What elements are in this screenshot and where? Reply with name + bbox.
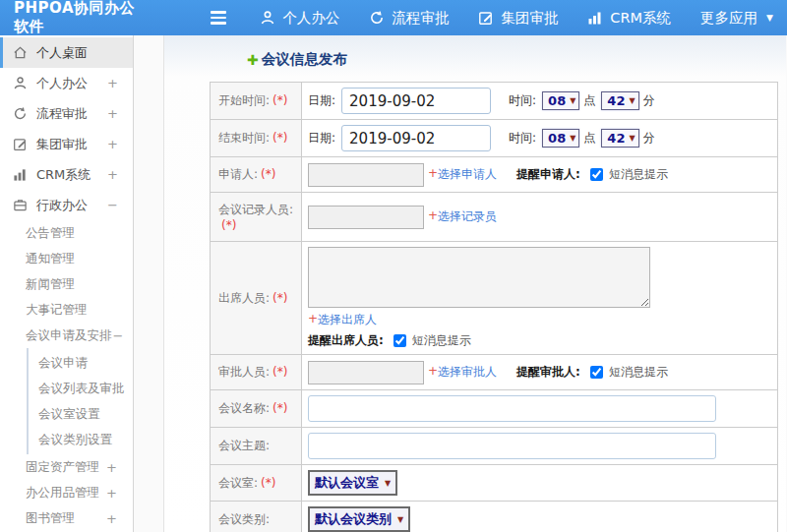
row-meeting-category: 会议类别: 默认会议类别▼ — [211, 502, 778, 532]
topbar: PHPOA协同办公软件 个人办公 流程审批 集团审批 CRM系统 更多应用 ▼ — [0, 0, 787, 35]
attendees-sms-checkbox[interactable] — [394, 334, 406, 347]
end-hour-select[interactable]: 08▼ — [542, 129, 579, 148]
row-recorder: 会议记录人员:(*) +选择记录员 — [211, 193, 778, 242]
sidebar-item-announcement-mgmt[interactable]: 公告管理 — [0, 220, 133, 246]
edit-icon — [478, 10, 494, 26]
choose-recorder-link[interactable]: +选择记录员 — [428, 208, 497, 225]
meeting-name-input[interactable] — [308, 395, 716, 422]
meeting-room-select[interactable]: 默认会议室▼ — [308, 470, 397, 496]
collapse-minus-icon[interactable]: − — [113, 328, 124, 343]
edit-icon — [13, 137, 28, 151]
nav-process-approval[interactable]: 流程审批 — [369, 9, 449, 28]
time-label: 时间: — [509, 92, 536, 109]
chart-icon — [587, 10, 603, 26]
required-marker: (*) — [272, 131, 287, 145]
process-icon — [13, 106, 28, 121]
expand-plus-icon[interactable]: + — [107, 167, 118, 182]
caret-down-icon: ▼ — [397, 515, 403, 524]
nav-personal-office[interactable]: 个人办公 — [260, 9, 339, 28]
sidebar-item-process-approval[interactable]: 流程审批 + — [0, 98, 133, 129]
row-applicant: 申请人:(*) +选择申请人 提醒申请人: 短消息提示 — [211, 157, 778, 193]
choose-approver-link[interactable]: +选择审批人 — [428, 364, 497, 381]
choose-applicant-link[interactable]: +选择申请人 — [428, 166, 497, 183]
start-date-input[interactable] — [341, 88, 491, 114]
sidebar-item-meeting-list-approval[interactable]: 会议列表及审批 — [29, 376, 133, 401]
nav-more-apps[interactable]: 更多应用 ▼ — [700, 9, 773, 28]
briefcase-icon — [13, 198, 28, 212]
meeting-topic-input[interactable] — [308, 433, 716, 459]
start-hour-select[interactable]: 08▼ — [542, 91, 579, 110]
expand-plus-icon[interactable]: + — [107, 137, 118, 151]
sidebar-item-fixed-assets-mgmt[interactable]: 固定资产管理 + — [0, 454, 133, 480]
sidebar-item-crm[interactable]: CRM系统 + — [0, 159, 133, 190]
meeting-submenu: 会议申请 会议列表及审批 会议室设置 会议类别设置 — [27, 348, 133, 454]
end-minute-select[interactable]: 42▼ — [601, 129, 638, 148]
top-nav: 个人办公 流程审批 集团审批 CRM系统 更多应用 ▼ — [260, 9, 773, 28]
caret-down-icon: ▼ — [570, 96, 575, 105]
hamburger-icon[interactable] — [211, 11, 226, 25]
expand-plus-icon[interactable]: + — [106, 511, 117, 526]
row-meeting-room: 会议室:(*) 默认会议室▼ — [211, 465, 778, 502]
applicant-input[interactable] — [308, 163, 424, 187]
meeting-form: 开始时间:(*) 日期: 时间: 08▼ 点 42▼ 分 结束时间:(*) 日期… — [210, 82, 778, 532]
sidebar-item-office-supplies-mgmt[interactable]: 办公用品管理 + — [0, 480, 133, 505]
time-label: 时间: — [509, 130, 536, 147]
approver-sms-checkbox[interactable] — [590, 366, 603, 379]
sidebar-item-notice-mgmt[interactable]: 通知管理 — [0, 246, 133, 271]
expand-plus-icon[interactable]: + — [107, 106, 118, 121]
start-minute-select[interactable]: 42▼ — [601, 91, 638, 110]
required-marker: (*) — [221, 218, 236, 232]
main-content: ✚ 会议信息发布 开始时间:(*) 日期: 时间: 08▼ 点 42▼ 分 结束… — [163, 35, 786, 532]
collapse-minus-icon[interactable]: − — [107, 198, 118, 212]
sidebar-item-personal-office[interactable]: 个人办公 + — [0, 68, 133, 98]
recorder-input[interactable] — [308, 206, 424, 229]
date-label: 日期: — [308, 130, 335, 147]
caret-down-icon: ▼ — [570, 134, 575, 143]
sidebar-item-group-approval[interactable]: 集团审批 + — [0, 129, 133, 159]
person-icon — [260, 10, 275, 26]
expand-plus-icon[interactable]: + — [106, 486, 117, 501]
row-attendees: 出席人员:(*) +选择出席人 提醒出席人员: 短消息提示 — [211, 242, 778, 355]
process-icon — [369, 10, 385, 26]
sidebar-item-meeting-category-settings[interactable]: 会议类别设置 — [29, 427, 133, 452]
caret-down-icon: ▼ — [385, 479, 391, 488]
green-plus-icon: ✚ — [247, 52, 259, 68]
approver-input[interactable] — [308, 361, 424, 384]
sidebar-item-personal-desktop[interactable]: 个人桌面 — [0, 37, 133, 68]
expand-plus-icon[interactable]: + — [107, 76, 118, 90]
required-marker: (*) — [272, 365, 287, 379]
sidebar-item-admin-office[interactable]: 行政办公 − — [0, 190, 133, 220]
expand-plus-icon[interactable]: + — [106, 460, 117, 475]
sidebar: 个人桌面 个人办公 + 流程审批 + 集团审批 + CRM系统 + 行政办公 − — [0, 35, 134, 532]
sidebar-item-meeting-apply-arrange[interactable]: 会议申请及安排 − — [0, 323, 133, 348]
person-icon — [13, 76, 28, 90]
end-date-input[interactable] — [341, 125, 491, 151]
sidebar-item-meeting-room-settings[interactable]: 会议室设置 — [29, 401, 133, 427]
choose-attendees-link[interactable]: +选择出席人 — [308, 312, 771, 328]
sidebar-item-news-mgmt[interactable]: 新闻管理 — [0, 271, 133, 297]
home-icon — [13, 45, 28, 60]
row-start-time: 开始时间:(*) 日期: 时间: 08▼ 点 42▼ 分 — [211, 83, 778, 120]
nav-crm[interactable]: CRM系统 — [587, 9, 671, 28]
caret-down-icon: ▼ — [629, 134, 635, 143]
sidebar-item-meeting-apply[interactable]: 会议申请 — [29, 350, 133, 376]
row-approver: 审批人员:(*) +选择审批人 提醒审批人: 短消息提示 — [211, 355, 778, 390]
date-label: 日期: — [308, 92, 335, 109]
app-brand: PHPOA协同办公软件 — [14, 0, 150, 36]
required-marker: (*) — [261, 476, 275, 490]
row-end-time: 结束时间:(*) 日期: 时间: 08▼ 点 42▼ 分 — [211, 120, 778, 157]
sidebar-item-books-mgmt[interactable]: 图书管理 + — [0, 505, 133, 531]
chart-icon — [13, 167, 28, 182]
required-marker: (*) — [261, 167, 275, 181]
page-title: ✚ 会议信息发布 — [247, 50, 786, 69]
attendees-textarea[interactable] — [308, 247, 650, 308]
applicant-sms-checkbox[interactable] — [590, 168, 603, 181]
required-marker: (*) — [272, 291, 287, 305]
caret-down-icon: ▼ — [629, 96, 635, 105]
sidebar-item-events-mgmt[interactable]: 大事记管理 — [0, 297, 133, 323]
row-meeting-topic: 会议主题: — [211, 428, 778, 465]
row-meeting-name: 会议名称:(*) — [211, 390, 778, 428]
meeting-category-select[interactable]: 默认会议类别▼ — [308, 506, 410, 532]
nav-group-approval[interactable]: 集团审批 — [478, 9, 558, 28]
required-marker: (*) — [272, 93, 287, 107]
